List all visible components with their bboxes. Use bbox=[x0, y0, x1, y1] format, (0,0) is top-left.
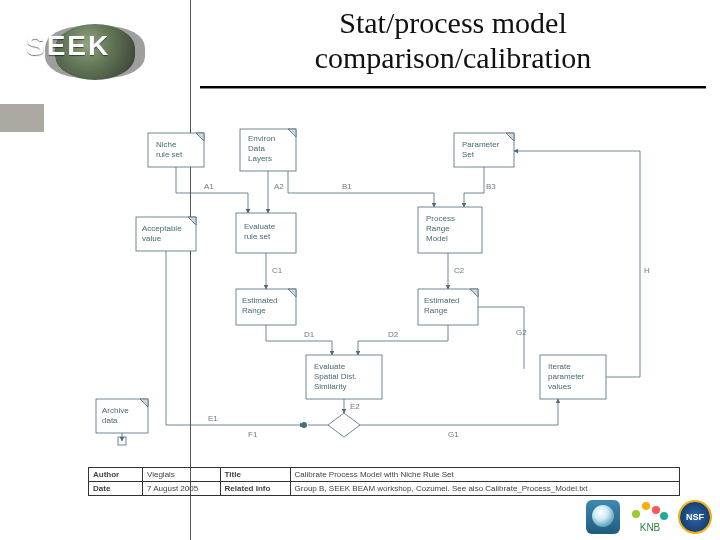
knb-logo: KNB bbox=[630, 502, 670, 533]
svg-text:Spatial Dist.: Spatial Dist. bbox=[314, 372, 357, 381]
knb-dots-icon bbox=[630, 502, 670, 522]
nsf-logo-icon bbox=[680, 502, 710, 532]
node-niche-rule-set: Niche rule set bbox=[148, 133, 204, 167]
svg-text:Layers: Layers bbox=[248, 154, 272, 163]
diagram-caption: Author Vieglais Title Calibrate Process … bbox=[88, 467, 680, 496]
title-key: Title bbox=[220, 468, 290, 482]
author-value: Vieglais bbox=[143, 468, 221, 482]
svg-text:parameter: parameter bbox=[548, 372, 585, 381]
svg-text:B3: B3 bbox=[486, 182, 496, 191]
footer-logos: KNB bbox=[586, 500, 710, 534]
page-title: Stat/process model comparison/calibratio… bbox=[200, 6, 706, 75]
header: SEEK Stat/process model comparison/calib… bbox=[0, 0, 720, 104]
svg-text:E2: E2 bbox=[350, 402, 360, 411]
node-parameter-set: Parameter Set bbox=[454, 133, 514, 167]
svg-text:Acceptable: Acceptable bbox=[142, 224, 182, 233]
node-archive-data: Archive data bbox=[96, 399, 148, 433]
brand-name: SEEK bbox=[26, 30, 110, 62]
svg-text:Range: Range bbox=[426, 224, 450, 233]
svg-text:rule set: rule set bbox=[156, 150, 183, 159]
svg-text:C2: C2 bbox=[454, 266, 465, 275]
svg-text:values: values bbox=[548, 382, 571, 391]
relinfo-key: Related Info bbox=[220, 482, 290, 496]
svg-text:Similarity: Similarity bbox=[314, 382, 346, 391]
svg-text:E1: E1 bbox=[208, 414, 218, 423]
svg-text:Data: Data bbox=[248, 144, 265, 153]
svg-text:G1: G1 bbox=[448, 430, 459, 439]
svg-text:Environ: Environ bbox=[248, 134, 275, 143]
svg-text:rule set: rule set bbox=[244, 232, 271, 241]
svg-text:G2: G2 bbox=[516, 328, 527, 337]
node-estimated-range-2: Estimated Range bbox=[418, 289, 478, 325]
node-evaluate-similarity: Evaluate Spatial Dist. Similarity bbox=[306, 355, 382, 399]
svg-text:D1: D1 bbox=[304, 330, 315, 339]
svg-text:Niche: Niche bbox=[156, 140, 177, 149]
relinfo-value: Group B, SEEK BEAM workshop, Cozumel. Se… bbox=[290, 482, 679, 496]
svg-marker-44 bbox=[328, 413, 360, 437]
svg-text:Evaluate: Evaluate bbox=[244, 222, 276, 231]
svg-text:Parameter: Parameter bbox=[462, 140, 500, 149]
svg-text:value: value bbox=[142, 234, 162, 243]
svg-text:data: data bbox=[102, 416, 118, 425]
svg-text:Evaluate: Evaluate bbox=[314, 362, 346, 371]
svg-text:Set: Set bbox=[462, 150, 475, 159]
svg-text:A2: A2 bbox=[274, 182, 284, 191]
node-estimated-range-1: Estimated Range bbox=[236, 289, 296, 325]
node-environ-data-layers: Environ Data Layers bbox=[240, 129, 296, 171]
decision-diamond bbox=[328, 413, 360, 437]
node-iterate-parameter-values: Iterate parameter values bbox=[540, 355, 606, 399]
date-key: Date bbox=[89, 482, 143, 496]
node-evaluate-rule-set: Evaluate rule set bbox=[236, 213, 296, 253]
svg-text:H: H bbox=[644, 266, 650, 275]
date-value: 7 August 2005 bbox=[143, 482, 221, 496]
svg-text:F1: F1 bbox=[248, 430, 258, 439]
svg-text:C1: C1 bbox=[272, 266, 283, 275]
svg-text:B1: B1 bbox=[342, 182, 352, 191]
svg-text:D2: D2 bbox=[388, 330, 399, 339]
knb-label: KNB bbox=[640, 522, 661, 533]
svg-text:Estimated: Estimated bbox=[242, 296, 278, 305]
title-underline bbox=[200, 86, 706, 89]
node-acceptable-value: Acceptable value bbox=[136, 217, 196, 251]
svg-text:Estimated: Estimated bbox=[424, 296, 460, 305]
svg-text:A1: A1 bbox=[204, 182, 214, 191]
slide: SEEK Stat/process model comparison/calib… bbox=[0, 0, 720, 540]
seal-logo-icon bbox=[586, 500, 620, 534]
svg-text:Range: Range bbox=[424, 306, 448, 315]
svg-text:Model: Model bbox=[426, 234, 448, 243]
author-key: Author bbox=[89, 468, 143, 482]
svg-text:Archive: Archive bbox=[102, 406, 129, 415]
title-value: Calibrate Process Model with Niche Rule … bbox=[290, 468, 679, 482]
title-line-2: comparison/calibration bbox=[200, 41, 706, 76]
node-process-range-model: Process Range Model bbox=[418, 207, 482, 253]
brand-logo: SEEK bbox=[0, 0, 190, 104]
svg-text:Process: Process bbox=[426, 214, 455, 223]
workflow-diagram: Niche rule set Environ Data Layers Param… bbox=[88, 112, 680, 478]
svg-text:Range: Range bbox=[242, 306, 266, 315]
sidebar-strip bbox=[0, 104, 44, 132]
title-line-1: Stat/process model bbox=[200, 6, 706, 41]
diagram-svg: Niche rule set Environ Data Layers Param… bbox=[88, 112, 680, 478]
svg-text:Iterate: Iterate bbox=[548, 362, 571, 371]
